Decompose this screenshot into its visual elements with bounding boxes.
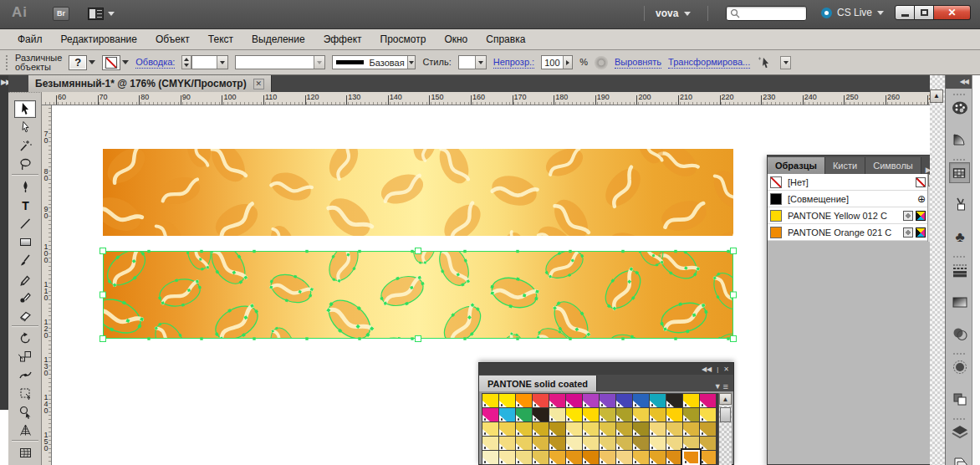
width-profile-combo[interactable] [235, 55, 325, 69]
selection-handle[interactable] [731, 336, 737, 342]
style-combo[interactable] [458, 55, 487, 69]
pantone-swatch[interactable] [516, 437, 532, 450]
brush-definition-combo[interactable]: Базовая [332, 55, 416, 69]
dock-grip[interactable] [952, 92, 965, 96]
opacity-link[interactable]: Непрозр.: [493, 57, 534, 69]
pantone-swatch[interactable] [666, 394, 682, 407]
artboards-icon[interactable] [949, 453, 970, 465]
selection-handle[interactable] [731, 248, 737, 254]
layers-icon[interactable] [949, 422, 970, 442]
pantone-swatch[interactable] [499, 451, 515, 464]
user-menu[interactable]: vova [656, 8, 691, 19]
pantone-swatch[interactable] [633, 437, 649, 450]
document-tab[interactable]: Безымянный-1* @ 176% (CMYK/Просмотр) ✕ [28, 75, 272, 92]
align-link[interactable]: Выровнять [615, 57, 661, 69]
pantone-swatch[interactable] [700, 451, 716, 464]
pantone-swatch[interactable] [633, 422, 649, 436]
color-guide-icon[interactable] [949, 129, 970, 150]
pantone-swatch[interactable] [549, 451, 565, 464]
pantone-swatch[interactable] [600, 451, 615, 464]
pantone-swatch[interactable] [482, 451, 498, 464]
maximize-button[interactable] [915, 5, 934, 20]
width-tool[interactable] [14, 366, 36, 384]
menu-8[interactable]: Справка [477, 29, 534, 49]
pantone-swatch[interactable] [616, 437, 632, 450]
menu-6[interactable]: Просмотр [371, 29, 436, 49]
pantone-swatch[interactable] [516, 394, 532, 407]
pantone-swatch[interactable] [650, 451, 666, 464]
tab-Образцы[interactable]: Образцы [768, 157, 825, 174]
close-button[interactable]: ✕ [934, 5, 971, 20]
type-tool[interactable]: T [14, 197, 36, 214]
pantone-swatch[interactable] [482, 437, 498, 450]
swatch-row[interactable]: PANTONE Yellow 012 C [768, 207, 929, 224]
spinner-right-icon[interactable] [563, 56, 573, 69]
pantone-swatch[interactable] [499, 422, 515, 436]
selection-handle[interactable] [731, 292, 737, 298]
pantone-swatch[interactable] [616, 451, 632, 464]
menu-2[interactable]: Объект [146, 29, 199, 49]
pantone-swatch[interactable] [616, 408, 632, 422]
pantone-swatch[interactable] [650, 437, 666, 450]
pantone-swatch[interactable] [666, 437, 682, 450]
cs-live-menu[interactable]: CS Live [821, 7, 884, 18]
swatches-icon[interactable] [949, 162, 970, 183]
pantone-swatch[interactable] [566, 394, 582, 407]
chevron-down-icon[interactable] [407, 56, 416, 69]
selection-handle[interactable] [416, 248, 421, 254]
pantone-swatch[interactable] [533, 422, 549, 436]
pantone-swatch[interactable] [499, 408, 515, 422]
variable-width-button[interactable]: ? [69, 55, 87, 70]
bridge-button[interactable]: Br [53, 7, 69, 21]
pantone-swatch[interactable] [600, 408, 615, 422]
pantone-swatch[interactable] [566, 437, 582, 450]
pantone-swatch[interactable] [650, 422, 666, 436]
chevron-down-icon[interactable] [314, 56, 324, 69]
pantone-swatch[interactable] [683, 422, 699, 436]
transparency-icon[interactable] [949, 323, 970, 344]
recolor-artwork-icon[interactable] [595, 56, 608, 69]
scroll-thumb[interactable] [720, 407, 731, 422]
search-field[interactable] [726, 6, 807, 21]
pantone-swatch[interactable] [700, 408, 716, 422]
stroke-weight-combo[interactable] [191, 55, 228, 69]
selection-handle[interactable] [100, 248, 106, 254]
selection-handle[interactable] [100, 336, 106, 342]
banner[interactable] [90, 125, 749, 269]
pantone-swatch[interactable] [549, 394, 565, 407]
pencil-tool[interactable] [14, 270, 36, 288]
pantone-swatch[interactable] [666, 408, 682, 422]
perspective-grid-tool[interactable] [14, 422, 36, 439]
rotate-tool[interactable] [14, 330, 36, 347]
pantone-swatch[interactable] [533, 408, 549, 422]
rectangle-tool[interactable] [14, 233, 36, 251]
menu-1[interactable]: Редактирование [52, 29, 146, 49]
pantone-swatch[interactable] [700, 437, 716, 450]
collapse-icon[interactable]: ◀◀ [702, 365, 712, 373]
pantone-swatch[interactable] [482, 408, 498, 422]
free-transform-tool[interactable] [14, 385, 36, 402]
selection-tool[interactable] [14, 100, 36, 118]
menu-3[interactable]: Текст [199, 29, 242, 49]
pantone-swatch[interactable] [549, 408, 565, 422]
pantone-swatch[interactable] [499, 437, 515, 450]
pantone-swatch[interactable] [650, 408, 666, 422]
opacity-field[interactable]: 100 [541, 55, 573, 69]
selection-handle[interactable] [416, 336, 421, 342]
pantone-swatch[interactable] [633, 408, 649, 422]
menu-5[interactable]: Эффект [314, 29, 371, 49]
stroke-link[interactable]: Обводка: [135, 57, 175, 69]
line-segment-tool[interactable] [14, 215, 36, 232]
artwork[interactable] [103, 149, 738, 350]
dock-grip[interactable] [952, 416, 965, 421]
graphic-styles-icon[interactable] [949, 388, 970, 409]
pantone-swatch[interactable] [683, 437, 699, 450]
blob-brush-tool[interactable] [14, 289, 36, 306]
pantone-swatch[interactable] [549, 437, 565, 450]
menu-7[interactable]: Окно [435, 29, 477, 49]
pantone-swatch[interactable] [516, 451, 532, 464]
pantone-swatch[interactable] [583, 394, 599, 407]
select-similar-icon[interactable] [757, 56, 773, 69]
panel-grip[interactable] [5, 54, 8, 71]
selection-handle[interactable] [100, 292, 106, 298]
